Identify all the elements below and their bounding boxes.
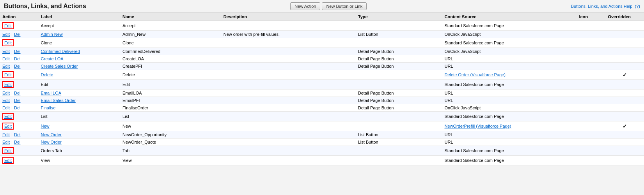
cell-action: Edit xyxy=(0,38,39,48)
label-link[interactable]: Delete xyxy=(41,72,53,77)
action-separator: | xyxy=(10,91,14,95)
del-link[interactable]: Del xyxy=(14,64,21,69)
red-box-highlight: Edit xyxy=(2,157,14,164)
cell-type: List Button xyxy=(356,31,442,38)
cell-description xyxy=(221,112,356,121)
cell-icon xyxy=(577,48,605,55)
edit-link[interactable]: Edit xyxy=(4,40,12,45)
cell-label: New Order xyxy=(39,131,120,139)
cell-action: Edit | Del xyxy=(0,139,39,146)
cell-overridden xyxy=(605,112,644,121)
table-row: Edit | DelConfirmed DeliveredConfirmedDe… xyxy=(0,48,644,55)
label-link[interactable]: New Order xyxy=(41,140,62,144)
edit-link[interactable]: Edit xyxy=(4,72,12,77)
red-box-highlight: Edit xyxy=(2,147,14,154)
action-separator: | xyxy=(10,140,14,144)
label-link[interactable]: New Order xyxy=(41,132,62,137)
cell-type xyxy=(356,112,442,121)
cell-label: Confirmed Delivered xyxy=(39,48,120,55)
del-link[interactable]: Del xyxy=(14,98,21,103)
edit-link[interactable]: Edit xyxy=(4,114,12,119)
new-button-or-link-button[interactable]: New Button or Link xyxy=(322,2,367,10)
edit-link[interactable]: Edit xyxy=(2,105,10,110)
red-box-highlight: Edit xyxy=(2,113,14,120)
cell-type: Detail Page Button xyxy=(356,63,442,70)
action-separator: | xyxy=(10,132,14,137)
cell-icon xyxy=(577,146,605,156)
del-link[interactable]: Del xyxy=(14,105,21,110)
new-action-button[interactable]: New Action xyxy=(290,2,320,10)
label-link[interactable]: Email Sales Order xyxy=(41,98,76,103)
col-header-name: Name xyxy=(120,13,221,21)
cell-icon xyxy=(577,131,605,139)
cell-action: Edit | Del xyxy=(0,55,39,63)
red-box-highlight: Edit xyxy=(2,123,14,130)
del-link[interactable]: Del xyxy=(14,132,21,137)
help-link[interactable]: Buttons, Links, and Actions Help xyxy=(571,4,633,9)
cell-description xyxy=(221,90,356,97)
table-row: Edit | DelFinaliseFinaliseOrderDetail Pa… xyxy=(0,104,644,112)
label-link[interactable]: Confirmed Delivered xyxy=(41,49,80,54)
edit-link[interactable]: Edit xyxy=(2,98,10,103)
cell-name: CreateLOA xyxy=(120,55,221,63)
edit-link[interactable]: Edit xyxy=(2,49,10,54)
cell-label: Admin New xyxy=(39,31,120,38)
del-link[interactable]: Del xyxy=(14,56,21,61)
del-link[interactable]: Del xyxy=(14,32,21,37)
cell-overridden xyxy=(605,48,644,55)
content-source-link[interactable]: Delete Order (Visualforce Page) xyxy=(445,72,506,77)
table-row: Edit | DelCreate LOACreateLOADetail Page… xyxy=(0,55,644,63)
edit-link[interactable]: Edit xyxy=(2,91,10,95)
cell-content-source: Standard Salesforce.com Page xyxy=(442,80,577,90)
edit-link[interactable]: Edit xyxy=(4,23,12,28)
label-link[interactable]: Finalise xyxy=(41,105,56,110)
cell-icon xyxy=(577,70,605,80)
cell-content-source: URL xyxy=(442,63,577,70)
edit-link[interactable]: Edit xyxy=(4,82,12,87)
help-area: Buttons, Links, and Actions Help (?) xyxy=(571,4,640,9)
cell-action: Edit | Del xyxy=(0,31,39,38)
cell-label: Email LOA xyxy=(39,90,120,97)
edit-link[interactable]: Edit xyxy=(2,64,10,69)
edit-link[interactable]: Edit xyxy=(4,124,12,128)
cell-label: Create Sales Order xyxy=(39,63,120,70)
del-link[interactable]: Del xyxy=(14,140,21,144)
cell-content-source: Standard Salesforce.com Page xyxy=(442,112,577,121)
del-link[interactable]: Del xyxy=(14,49,21,54)
cell-icon xyxy=(577,31,605,38)
cell-name: View xyxy=(120,156,221,165)
label-link[interactable]: Admin New xyxy=(41,32,63,37)
cell-action: Edit | Del xyxy=(0,90,39,97)
edit-link[interactable]: Edit xyxy=(2,132,10,137)
table-row: EditEditEditStandard Salesforce.com Page xyxy=(0,80,644,90)
cell-icon xyxy=(577,55,605,63)
edit-link[interactable]: Edit xyxy=(2,56,10,61)
cell-content-source: Standard Salesforce.com Page xyxy=(442,146,577,156)
action-separator: | xyxy=(10,32,14,37)
cell-name: Admin_New xyxy=(120,31,221,38)
edit-link[interactable]: Edit xyxy=(4,148,12,153)
label-link[interactable]: New xyxy=(41,124,50,128)
edit-link[interactable]: Edit xyxy=(2,32,10,37)
cell-action: Edit xyxy=(0,70,39,80)
cell-label: New xyxy=(39,121,120,131)
label-link[interactable]: Create Sales Order xyxy=(41,64,78,69)
overridden-checkmark: ✓ xyxy=(623,72,627,78)
cell-content-source: URL xyxy=(442,139,577,146)
cell-icon xyxy=(577,156,605,165)
action-separator: | xyxy=(10,105,14,110)
cell-icon xyxy=(577,104,605,112)
table-row: EditOrders TabTabStandard Salesforce.com… xyxy=(0,146,644,156)
cell-label: Finalise xyxy=(39,104,120,112)
cell-name: NewOrder_Quote xyxy=(120,139,221,146)
cell-label: Orders Tab xyxy=(39,146,120,156)
cell-description xyxy=(221,146,356,156)
cell-content-source: Standard Salesforce.com Page xyxy=(442,38,577,48)
cell-name: New xyxy=(120,121,221,131)
edit-link[interactable]: Edit xyxy=(2,140,10,144)
del-link[interactable]: Del xyxy=(14,91,21,95)
content-source-link[interactable]: NewOrderPrefill (Visualforce Page) xyxy=(445,124,511,128)
label-link[interactable]: Create LOA xyxy=(41,56,64,61)
edit-link[interactable]: Edit xyxy=(4,158,12,163)
label-link[interactable]: Email LOA xyxy=(41,91,62,95)
